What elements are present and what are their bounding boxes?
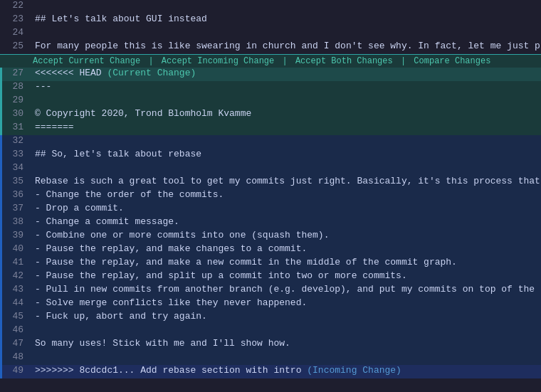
- line-content: =======: [29, 122, 541, 135]
- line-number: 35: [2, 176, 29, 189]
- line-number: 46: [2, 324, 29, 338]
- line-content: - Fuck up, abort and try again.: [29, 311, 541, 324]
- accept-incoming-change-link[interactable]: Accept Incoming Change: [162, 56, 274, 66]
- line-number: 48: [2, 351, 29, 365]
- line-44: 44 - Solve merge conflicts like they nev…: [0, 297, 541, 311]
- line-41: 41 - Pause the replay, and make a new co…: [0, 257, 541, 270]
- line-content: - Drop a commit.: [29, 203, 541, 216]
- line-content: [29, 0, 541, 14]
- line-49: 49 >>>>>>> 8cdcdc1... Add rebase section…: [0, 365, 541, 378]
- line-content: ---: [29, 81, 541, 95]
- line-content: [29, 351, 541, 365]
- line-content: [29, 27, 541, 41]
- line-content: Rebase is such a great tool to get my co…: [29, 176, 541, 189]
- line-46: 46: [0, 324, 541, 338]
- line-content: - Pause the replay, and split up a commi…: [29, 270, 541, 284]
- line-content: >>>>>>> 8cdcdc1... Add rebase section wi…: [29, 365, 541, 378]
- line-number: 45: [2, 311, 29, 324]
- line-28: 28 ---: [0, 81, 541, 95]
- line-37: 37 - Drop a commit.: [0, 203, 541, 216]
- line-22: 22: [0, 0, 541, 14]
- code-editor: 22 23 ## Let's talk about GUI instead 24…: [0, 0, 541, 392]
- line-23: 23 ## Let's talk about GUI instead: [0, 14, 541, 27]
- line-number: 43: [2, 284, 29, 297]
- line-number: 38: [2, 216, 29, 230]
- line-number: 37: [2, 203, 29, 216]
- line-content: - Pull in new commits from another branc…: [29, 284, 541, 297]
- line-30: 30 © Copyright 2020, Trond Blomholm Kvam…: [0, 108, 541, 122]
- line-content: For many people this is like swearing in…: [29, 41, 541, 54]
- line-number: 41: [2, 257, 29, 270]
- line-number: 33: [2, 149, 29, 162]
- line-35: 35 Rebase is such a great tool to get my…: [0, 176, 541, 189]
- compare-changes-link[interactable]: Compare Changes: [414, 56, 490, 66]
- line-number: 30: [2, 108, 29, 122]
- line-number: 40: [2, 243, 29, 257]
- line-number: 28: [2, 81, 29, 95]
- line-number: 39: [2, 230, 29, 243]
- line-number: 23: [2, 14, 29, 27]
- line-content: - Combine one or more commits into one (…: [29, 230, 541, 243]
- line-content: [29, 135, 541, 149]
- line-content: ## So, let's talk about rebase: [29, 149, 541, 162]
- separator: |: [396, 56, 411, 66]
- accept-current-change-link[interactable]: Accept Current Change: [33, 56, 140, 66]
- line-content: - Pause the replay, and make changes to …: [29, 243, 541, 257]
- line-number: 49: [2, 365, 29, 378]
- line-content: So many uses! Stick with me and I'll sho…: [29, 338, 541, 351]
- line-number: 31: [2, 122, 29, 135]
- line-24: 24: [0, 27, 541, 41]
- line-number: 36: [2, 189, 29, 203]
- separator: |: [277, 56, 293, 66]
- line-43: 43 - Pull in new commits from another br…: [0, 284, 541, 297]
- conflict-actions-bar[interactable]: Accept Current Change | Accept Incoming …: [0, 54, 541, 68]
- line-number: 42: [2, 270, 29, 284]
- line-39: 39 - Combine one or more commits into on…: [0, 230, 541, 243]
- line-number: 25: [2, 41, 29, 54]
- line-47: 47 So many uses! Stick with me and I'll …: [0, 338, 541, 351]
- line-48: 48: [0, 351, 541, 365]
- line-number: 22: [2, 0, 29, 14]
- line-number: 29: [2, 95, 29, 108]
- line-number: 24: [2, 27, 29, 41]
- line-content: - Pause the replay, and make a new commi…: [29, 257, 541, 270]
- line-33: 33 ## So, let's talk about rebase: [0, 149, 541, 162]
- line-34: 34: [0, 162, 541, 176]
- line-content: © Copyright 2020, Trond Blomholm Kvamme: [29, 108, 541, 122]
- line-content: ## Let's talk about GUI instead: [29, 14, 541, 27]
- line-content: <<<<<<< HEAD (Current Change): [29, 68, 541, 81]
- line-25: 25 For many people this is like swearing…: [0, 41, 541, 54]
- line-32: 32: [0, 135, 541, 149]
- line-content: [29, 324, 541, 338]
- line-content: - Change a commit message.: [29, 216, 541, 230]
- line-number: 34: [2, 162, 29, 176]
- line-content: - Change the order of the commits.: [29, 189, 541, 203]
- line-45: 45 - Fuck up, abort and try again.: [0, 311, 541, 324]
- line-number: 32: [2, 135, 29, 149]
- line-number: 44: [2, 297, 29, 311]
- line-31: 31 =======: [0, 122, 541, 135]
- line-content: - Solve merge conflicts like they never …: [29, 297, 541, 311]
- line-38: 38 - Change a commit message.: [0, 216, 541, 230]
- line-29: 29: [0, 95, 541, 108]
- line-content: [29, 162, 541, 176]
- separator: |: [143, 56, 159, 66]
- line-number: 47: [2, 338, 29, 351]
- line-content: [29, 95, 541, 108]
- line-36: 36 - Change the order of the commits.: [0, 189, 541, 203]
- accept-both-changes-link[interactable]: Accept Both Changes: [295, 56, 393, 66]
- line-27: 27 <<<<<<< HEAD (Current Change): [0, 68, 541, 81]
- line-40: 40 - Pause the replay, and make changes …: [0, 243, 541, 257]
- line-number: 27: [2, 68, 29, 81]
- line-42: 42 - Pause the replay, and split up a co…: [0, 270, 541, 284]
